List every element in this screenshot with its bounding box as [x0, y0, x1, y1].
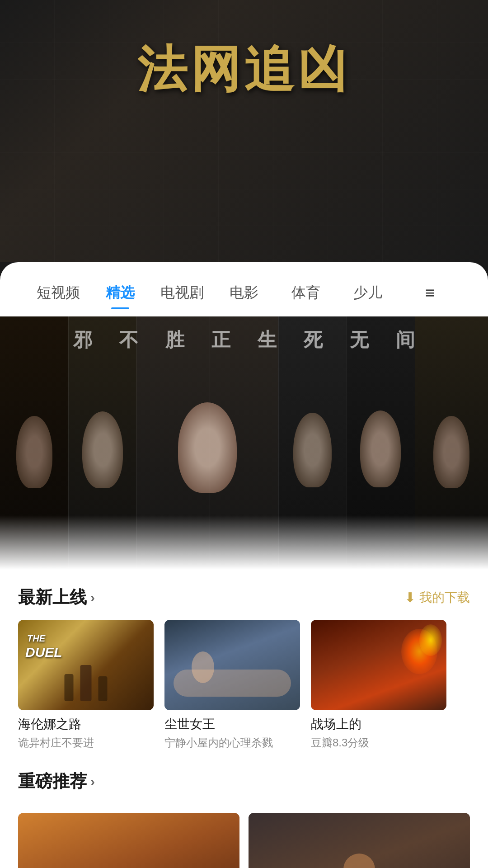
- media-title-1: 海伦娜之路: [18, 716, 154, 733]
- latest-section-header: 最新上线 › ⬇ 我的下载: [0, 570, 488, 620]
- thumb-3: [311, 620, 446, 710]
- download-icon: ⬇: [404, 590, 416, 605]
- latest-arrow: ›: [90, 590, 95, 605]
- drama-overlay-text: 邪 不 胜 正 生 死 无 间: [0, 327, 488, 353]
- banner-char-5: 生: [258, 327, 277, 353]
- thumb-1: THE DUEL: [18, 620, 154, 710]
- recommend-title[interactable]: 重磅推荐 ›: [18, 770, 95, 793]
- recommend-grid: 全20集 爱的代价 全40集 江湖正道·斗顽匪: [18, 813, 470, 868]
- tab-tv[interactable]: 电视剧: [151, 278, 213, 307]
- recommend-arrow: ›: [90, 774, 95, 789]
- banner-char-3: 胜: [165, 327, 184, 353]
- menu-icon[interactable]: ≡: [399, 279, 461, 307]
- media-subtitle-1: 诡异村庄不要进: [18, 736, 154, 750]
- hero-title: 法网追凶: [137, 36, 351, 104]
- banner-char-1: 邪: [73, 327, 92, 353]
- drama-banner[interactable]: 邪 不 胜 正 生 死 无 间: [0, 316, 488, 570]
- media-title-3: 战场上的: [311, 716, 446, 733]
- tab-short[interactable]: 短视频: [27, 278, 89, 307]
- media-card-1[interactable]: THE DUEL 海伦娜之路 诡异村庄不要进: [18, 620, 154, 750]
- banner-char-4: 正: [211, 327, 230, 353]
- latest-scroll-row[interactable]: THE DUEL 海伦娜之路 诡异村庄不要进 尘世女王 宁静小屋内的心理杀戮: [0, 620, 488, 759]
- tab-movie[interactable]: 电影: [213, 278, 275, 307]
- banner-char-8: 间: [396, 327, 415, 353]
- media-title-2: 尘世女王: [164, 716, 300, 733]
- tab-kids[interactable]: 少儿: [337, 278, 399, 307]
- recommend-card-1[interactable]: 全20集 爱的代价: [18, 813, 239, 868]
- recommend-card-2[interactable]: 全40集 江湖正道·斗顽匪: [249, 813, 470, 868]
- banner-fade: [0, 515, 488, 570]
- thumb-2: [164, 620, 300, 710]
- banner-char-7: 无: [350, 327, 369, 353]
- content-area: 最新上线 › ⬇ 我的下载 THE DUEL: [0, 570, 488, 868]
- media-card-3[interactable]: 战场上的 豆瓣8.3分级: [311, 620, 446, 750]
- download-btn[interactable]: ⬇ 我的下载: [404, 589, 470, 606]
- tab-featured[interactable]: 精选: [89, 278, 151, 307]
- recommend-header: 重磅推荐 ›: [18, 759, 470, 804]
- media-subtitle-2: 宁静小屋内的心理杀戮: [164, 736, 300, 750]
- nav-card: 短视频 精选 电视剧 电影 体育 少儿 ≡: [0, 262, 488, 316]
- latest-title[interactable]: 最新上线 ›: [18, 586, 95, 609]
- banner-char-6: 死: [304, 327, 323, 353]
- tab-sports[interactable]: 体育: [275, 278, 337, 307]
- recommend-section: 重磅推荐 › 全20集 爱的代价: [0, 759, 488, 868]
- media-card-2[interactable]: 尘世女王 宁静小屋内的心理杀戮: [164, 620, 300, 750]
- media-subtitle-3: 豆瓣8.3分级: [311, 736, 446, 750]
- hero-section: 法网追凶: [0, 0, 488, 262]
- nav-tabs: 短视频 精选 电视剧 电影 体育 少儿 ≡: [0, 262, 488, 316]
- banner-char-2: 不: [119, 327, 138, 353]
